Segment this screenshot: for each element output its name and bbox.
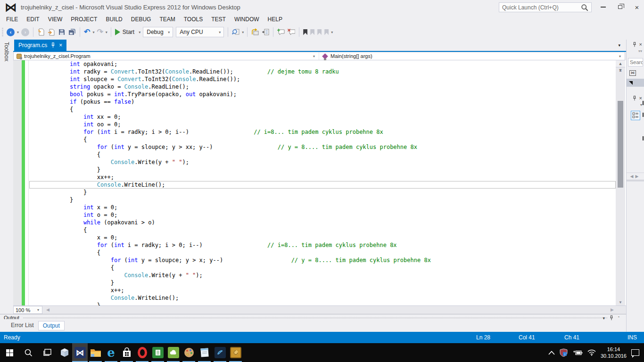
vertical-scrollbar[interactable]: ▲▼ ▲ ▼ bbox=[616, 60, 625, 305]
navigate-indent-button[interactable] bbox=[250, 26, 260, 38]
menu-project[interactable]: PROJECT bbox=[66, 15, 101, 24]
tab-output[interactable]: Output bbox=[38, 321, 65, 330]
code-line[interactable]: { bbox=[29, 249, 616, 256]
panel-scroll-arrows[interactable]: ◀▶ bbox=[627, 173, 644, 181]
previous-bookmark-button[interactable] bbox=[309, 26, 316, 38]
code-line[interactable]: int o = 0; bbox=[29, 211, 616, 219]
member-dropdown[interactable]: Main(string[] args) ▾ bbox=[319, 52, 625, 60]
code-line[interactable]: x = 0; bbox=[29, 234, 616, 241]
menu-help[interactable]: HELP bbox=[264, 15, 287, 24]
task-view-button[interactable] bbox=[38, 343, 57, 362]
wifi-icon[interactable] bbox=[587, 349, 596, 356]
close-button[interactable]: × bbox=[631, 3, 643, 11]
find-dropdown[interactable]: ▾ bbox=[241, 30, 245, 34]
taskbar-app-reader[interactable] bbox=[150, 343, 165, 362]
code-line[interactable]: Console.Write(y + " "); bbox=[29, 272, 616, 279]
indicator-margin[interactable] bbox=[13, 60, 22, 305]
code-line[interactable]: } bbox=[29, 279, 616, 287]
properties-close-icon[interactable]: × bbox=[639, 95, 642, 101]
code-line[interactable]: int opakovani; bbox=[29, 60, 616, 68]
taskbar-app-store[interactable] bbox=[119, 343, 134, 362]
code-line[interactable]: string opacko = Console.ReadLine(); bbox=[29, 83, 616, 90]
format-lines-button[interactable] bbox=[260, 26, 271, 38]
start-debug-button[interactable]: Start bbox=[114, 26, 138, 38]
taskbar-app-edge[interactable]: e bbox=[103, 343, 119, 362]
tab-program-cs[interactable]: Program.cs × bbox=[14, 40, 66, 51]
toolbar-overflow-dots[interactable]: ▾▾ bbox=[627, 47, 644, 53]
menu-file[interactable]: FILE bbox=[2, 15, 22, 24]
code-line[interactable]: } bbox=[29, 189, 616, 196]
code-line[interactable]: int xx = 0; bbox=[29, 113, 616, 121]
code-line[interactable]: } bbox=[29, 166, 616, 173]
tray-chevron-icon[interactable] bbox=[548, 351, 555, 355]
battery-icon[interactable] bbox=[572, 350, 583, 356]
code-line[interactable]: { bbox=[29, 226, 616, 234]
menu-team[interactable]: TEAM bbox=[155, 15, 179, 24]
save-button[interactable] bbox=[57, 26, 67, 38]
tab-error-list[interactable]: Error List bbox=[7, 321, 38, 330]
menu-edit[interactable]: EDIT bbox=[22, 15, 43, 24]
menu-debug[interactable]: DEBUG bbox=[127, 15, 156, 24]
code-line[interactable]: } bbox=[29, 302, 616, 305]
start-dropdown[interactable]: ▾ bbox=[138, 30, 141, 34]
scroll-right-icon[interactable]: ▶ bbox=[611, 307, 614, 312]
type-dropdown[interactable]: trojuhelniky_z_cisel.Program ▾ bbox=[14, 52, 319, 60]
toolbar-overflow-dropdown[interactable]: ▾ bbox=[330, 30, 334, 34]
menu-view[interactable]: VIEW bbox=[44, 15, 67, 24]
code-line[interactable]: bool pokus = int.TryParse(opacko, out op… bbox=[29, 90, 616, 98]
redo-button[interactable]: ↷ bbox=[95, 26, 104, 38]
quick-launch-input[interactable]: Quick Launch (Ctrl+Q) bbox=[499, 2, 592, 12]
pin-icon[interactable] bbox=[51, 42, 55, 48]
solution-explorer-close-icon[interactable]: × bbox=[639, 41, 642, 47]
code-line[interactable]: int sloupce = Convert.ToInt32(Console.Re… bbox=[29, 75, 616, 83]
taskbar-app-paint[interactable] bbox=[181, 343, 197, 362]
menu-test[interactable]: TEST bbox=[207, 15, 230, 24]
code-line-current[interactable]: Console.WriteLine(); bbox=[29, 181, 616, 189]
taskbar-app-battlenet[interactable] bbox=[212, 343, 228, 362]
properties-dropdown[interactable]: ▾ bbox=[627, 101, 644, 107]
menu-tools[interactable]: TOOLS bbox=[180, 15, 207, 24]
code-line[interactable]: } bbox=[29, 196, 616, 204]
taskbar-app-file-explorer[interactable] bbox=[88, 343, 103, 362]
code-line[interactable]: int oo = 0; bbox=[29, 121, 616, 128]
scroll-up-icon[interactable]: ▲ bbox=[616, 67, 625, 74]
code-line[interactable]: x++; bbox=[29, 287, 616, 294]
sync-active-document-icon[interactable]: ⋈ bbox=[629, 70, 636, 76]
menu-window[interactable]: WINDOW bbox=[230, 15, 264, 24]
open-files-dropdown[interactable]: ▾ bbox=[618, 43, 620, 48]
code-line[interactable]: for (int i = radky; i > 0; i--) // i=8..… bbox=[29, 128, 616, 136]
panel-position-dropdown[interactable]: ▾ bbox=[603, 316, 605, 321]
tab-close-icon[interactable]: × bbox=[59, 42, 62, 49]
add-item-button[interactable] bbox=[46, 26, 57, 38]
taskbar-clock[interactable]: 16:14 30.10.2016 bbox=[601, 346, 627, 359]
taskbar-app-cloud[interactable] bbox=[165, 343, 181, 362]
undo-dropdown[interactable]: ▾ bbox=[91, 30, 95, 34]
taskbar-app-notes[interactable] bbox=[197, 343, 212, 362]
panel-collapse-icon[interactable]: ˆ bbox=[618, 316, 619, 321]
code-line[interactable]: while (opakovani > o) bbox=[29, 219, 616, 226]
code-line[interactable]: if (pokus == false) bbox=[29, 98, 616, 106]
code-line[interactable]: { bbox=[29, 151, 616, 158]
solution-platform-combo[interactable]: Any CPU ▾ bbox=[176, 27, 224, 37]
code-line[interactable]: for (int y = sloupce; y > xx; y--) // y … bbox=[29, 143, 616, 151]
navigate-forward-button[interactable]: › bbox=[20, 26, 31, 38]
selected-tree-item[interactable] bbox=[627, 79, 644, 87]
uncomment-button[interactable] bbox=[286, 26, 297, 38]
toggle-bookmark-button[interactable] bbox=[302, 26, 309, 38]
code-line[interactable]: int x = 0; bbox=[29, 204, 616, 211]
code-line[interactable]: for (int y = sloupce; y > x; y--) // y =… bbox=[29, 256, 616, 264]
antivirus-shield-icon[interactable]: i bbox=[560, 348, 568, 357]
code-line[interactable]: int radky = Convert.ToInt32(Console.Read… bbox=[29, 68, 616, 75]
next-bookmark-button[interactable] bbox=[316, 26, 323, 38]
taskbar-app-opera[interactable] bbox=[134, 343, 150, 362]
scroll-left-icon[interactable]: ◀ bbox=[46, 307, 50, 312]
taskbar-app-hearthstone[interactable] bbox=[228, 343, 243, 362]
code-line[interactable]: for (int i = radky; i > 0; i--) // i=8..… bbox=[29, 241, 616, 249]
code-line[interactable]: { bbox=[29, 264, 616, 272]
vertical-scrollbar-thumb[interactable] bbox=[618, 101, 623, 188]
toolbar-grip[interactable] bbox=[2, 28, 3, 36]
code-line[interactable]: xx++; bbox=[29, 173, 616, 181]
comment-out-button[interactable] bbox=[276, 26, 286, 38]
menu-build[interactable]: BUILD bbox=[101, 15, 126, 24]
split-handle[interactable]: ▲▼ bbox=[616, 60, 625, 67]
